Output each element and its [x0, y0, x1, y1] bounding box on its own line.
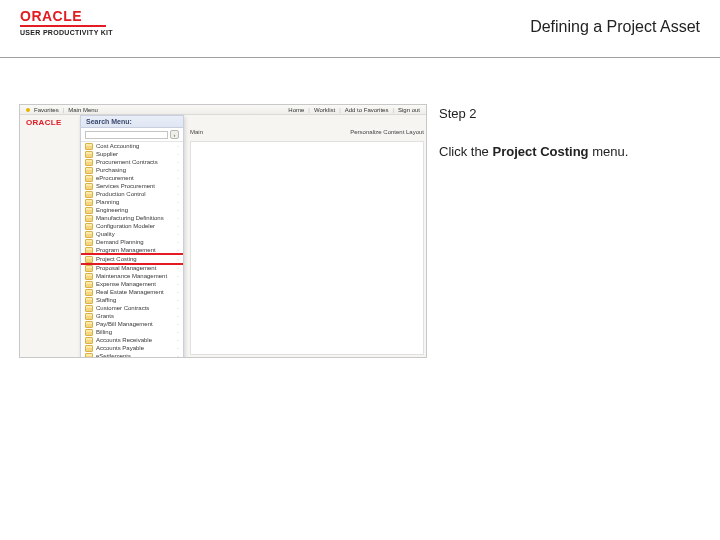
- menu-item[interactable]: Production Control·: [81, 190, 183, 198]
- chevron-right-icon: ·: [177, 151, 179, 157]
- menu-item-label: eProcurement: [96, 175, 174, 181]
- header-divider: [0, 57, 720, 58]
- folder-icon: [85, 199, 93, 206]
- folder-icon: [85, 329, 93, 336]
- folder-icon: [85, 321, 93, 328]
- menu-item[interactable]: Procurement Contracts·: [81, 158, 183, 166]
- menu-item-label: Billing: [96, 329, 174, 335]
- topbar-favorites[interactable]: Favorites: [34, 107, 59, 113]
- chevron-right-icon: ·: [177, 297, 179, 303]
- menu-item[interactable]: Cost Accounting·: [81, 142, 183, 150]
- instruction-text: Click the Project Costing menu.: [439, 142, 709, 162]
- folder-icon: [85, 215, 93, 222]
- app-topbar: Favorites | Main Menu Home | Worklist | …: [20, 105, 426, 115]
- menu-item-label: Project Costing: [96, 256, 174, 262]
- menu-item[interactable]: Engineering·: [81, 206, 183, 214]
- folder-icon: [85, 305, 93, 312]
- app-logo: ORACLE: [20, 115, 80, 129]
- menu-item-label: Maintenance Management: [96, 273, 174, 279]
- menu-item-label: Manufacturing Definitions: [96, 215, 174, 221]
- breadcrumb-right[interactable]: Personalize Content Layout: [350, 129, 424, 135]
- menu-item[interactable]: Accounts Payable·: [81, 344, 183, 352]
- brand-logo-rule: [20, 25, 106, 27]
- chevron-right-icon: ·: [177, 329, 179, 335]
- content-row: Favorites | Main Menu Home | Worklist | …: [0, 104, 720, 358]
- breadcrumb-left: Main: [190, 129, 203, 135]
- menu-item[interactable]: Manufacturing Definitions·: [81, 214, 183, 222]
- menu-item[interactable]: Expense Management·: [81, 280, 183, 288]
- workspace-area: [190, 141, 424, 355]
- folder-icon: [85, 239, 93, 246]
- menu-item[interactable]: Configuration Modeler·: [81, 222, 183, 230]
- folder-icon: [85, 273, 93, 280]
- folder-icon: [85, 151, 93, 158]
- menu-item-label: Cost Accounting: [96, 143, 174, 149]
- chevron-right-icon: ·: [177, 289, 179, 295]
- menu-item[interactable]: Staffing·: [81, 296, 183, 304]
- app-screenshot: Favorites | Main Menu Home | Worklist | …: [19, 104, 427, 358]
- menu-search-input[interactable]: [85, 131, 168, 139]
- menu-items-list: Cost Accounting·Supplier·Procurement Con…: [81, 142, 183, 358]
- menu-item-label: Staffing: [96, 297, 174, 303]
- menu-item[interactable]: Planning·: [81, 198, 183, 206]
- menu-item-label: eSettlements: [96, 353, 174, 358]
- page-title: Defining a Project Asset: [530, 18, 700, 36]
- menu-item-label: Procurement Contracts: [96, 159, 174, 165]
- menu-item[interactable]: Proposal Management·: [81, 264, 183, 272]
- menu-item[interactable]: Maintenance Management·: [81, 272, 183, 280]
- menu-item-label: Accounts Payable: [96, 345, 174, 351]
- topbar-home[interactable]: Home: [288, 107, 304, 113]
- menu-item[interactable]: Accounts Receivable·: [81, 336, 183, 344]
- folder-icon: [85, 143, 93, 150]
- chevron-right-icon: ·: [177, 281, 179, 287]
- menu-item[interactable]: Real Estate Management·: [81, 288, 183, 296]
- chevron-right-icon: ·: [177, 215, 179, 221]
- chevron-right-icon: ·: [177, 321, 179, 327]
- chevron-right-icon: ·: [177, 256, 179, 262]
- topbar-main-menu[interactable]: Main Menu: [68, 107, 98, 113]
- folder-icon: [85, 281, 93, 288]
- menu-item[interactable]: Customer Contracts·: [81, 304, 183, 312]
- folder-icon: [85, 345, 93, 352]
- menu-item[interactable]: Supplier·: [81, 150, 183, 158]
- folder-icon: [85, 231, 93, 238]
- menu-item-label: Proposal Management: [96, 265, 174, 271]
- topbar-add-favorites[interactable]: Add to Favorites: [345, 107, 389, 113]
- topbar-signout[interactable]: Sign out: [398, 107, 420, 113]
- chevron-right-icon: ·: [177, 167, 179, 173]
- folder-icon: [85, 289, 93, 296]
- menu-search-go-button[interactable]: ›: [170, 130, 179, 139]
- folder-icon: [85, 207, 93, 214]
- folder-icon: [85, 175, 93, 182]
- menu-item-label: Real Estate Management: [96, 289, 174, 295]
- chevron-right-icon: ·: [177, 231, 179, 237]
- menu-item[interactable]: eSettlements·: [81, 352, 183, 358]
- breadcrumb-strip: Main Personalize Content Layout: [190, 129, 424, 135]
- chevron-right-icon: ·: [177, 207, 179, 213]
- menu-item-label: Production Control: [96, 191, 174, 197]
- menu-item[interactable]: eProcurement·: [81, 174, 183, 182]
- menu-item-label: Expense Management: [96, 281, 174, 287]
- topbar-worklist[interactable]: Worklist: [314, 107, 335, 113]
- menu-item[interactable]: Billing·: [81, 328, 183, 336]
- folder-icon: [85, 256, 93, 263]
- folder-icon: [85, 159, 93, 166]
- menu-item[interactable]: Purchasing·: [81, 166, 183, 174]
- menu-item[interactable]: Quality·: [81, 230, 183, 238]
- menu-item-label: Supplier: [96, 151, 174, 157]
- menu-item[interactable]: Demand Planning·: [81, 238, 183, 246]
- menu-item[interactable]: Grants·: [81, 312, 183, 320]
- menu-item-label: Grants: [96, 313, 174, 319]
- menu-item[interactable]: Pay/Bill Management·: [81, 320, 183, 328]
- chevron-right-icon: ·: [177, 223, 179, 229]
- chevron-right-icon: ·: [177, 353, 179, 358]
- brand-logo-text: ORACLE: [20, 8, 113, 24]
- chevron-right-icon: ·: [177, 159, 179, 165]
- folder-icon: [85, 313, 93, 320]
- chevron-right-icon: ·: [177, 191, 179, 197]
- menu-search-label: Search Menu:: [81, 116, 183, 128]
- divider: |: [63, 107, 65, 113]
- folder-icon: [85, 297, 93, 304]
- app-logo-text: ORACLE: [26, 118, 62, 127]
- menu-item[interactable]: Services Procurement·: [81, 182, 183, 190]
